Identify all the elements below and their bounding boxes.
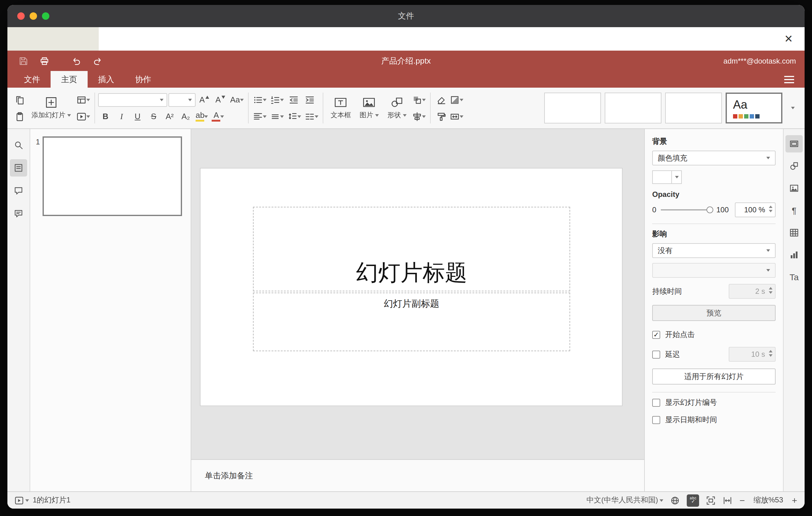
numbering-button[interactable] [269, 92, 285, 107]
bullets-button[interactable] [252, 92, 268, 107]
delay-checkbox[interactable] [652, 350, 660, 358]
image-settings-button[interactable] [785, 180, 803, 197]
tab-collaboration[interactable]: 协作 [125, 71, 162, 88]
subscript-button[interactable]: A₂ [178, 109, 193, 124]
show-slide-number-checkbox[interactable] [652, 399, 660, 407]
undo-button[interactable] [69, 53, 84, 68]
increase-indent-button[interactable] [302, 92, 317, 107]
subtitle-placeholder[interactable]: 幻灯片副标题 [253, 292, 570, 351]
arrow-down-icon [222, 96, 225, 99]
document-language-button[interactable] [670, 495, 680, 505]
tab-file[interactable]: 文件 [13, 71, 51, 88]
minimize-window-button[interactable] [30, 12, 37, 20]
background-fill-select[interactable]: 颜色填充 [652, 151, 776, 165]
vertical-align-button[interactable] [269, 109, 285, 124]
slide-layout-button[interactable] [75, 92, 91, 107]
delay-input[interactable]: 10 s [729, 347, 776, 362]
theme-option-3[interactable] [665, 93, 722, 123]
slide-canvas[interactable]: 幻灯片标题 幻灯片副标题 [191, 129, 644, 459]
insert-shape-button[interactable]: 形状 [383, 95, 411, 121]
shape-align-button[interactable] [411, 109, 427, 124]
copy-button[interactable] [12, 92, 27, 107]
fit-width-button[interactable] [723, 495, 733, 505]
spell-check-button[interactable]: abc ✓ [687, 494, 699, 507]
font-family-select[interactable] [98, 93, 167, 107]
print-button[interactable] [37, 53, 52, 68]
add-slide-button[interactable]: 添加幻灯片 [27, 95, 75, 121]
decrease-indent-button[interactable] [286, 92, 301, 107]
shape-settings-button[interactable] [785, 157, 803, 175]
tab-home[interactable]: 主页 [51, 71, 88, 88]
textart-settings-button[interactable]: Ta [785, 268, 803, 286]
slide-surface[interactable]: 幻灯片标题 幻灯片副标题 [201, 169, 622, 405]
close-window-button[interactable] [17, 12, 25, 20]
highlight-color-button[interactable]: ab [194, 109, 209, 124]
status-bar: 1的幻灯片1 中文(中华人民共和国) abc ✓ [7, 491, 805, 509]
italic-button[interactable]: I [114, 109, 129, 124]
language-select[interactable]: 中文(中华人民共和国) [586, 495, 664, 506]
slide-settings-button[interactable] [785, 135, 803, 152]
theme-option-2[interactable] [605, 93, 662, 123]
numbering-icon [270, 95, 280, 105]
spinner-arrows[interactable] [769, 205, 773, 212]
effect-select[interactable]: 没有 [652, 243, 776, 258]
opacity-input[interactable]: 100 % [735, 202, 776, 217]
opacity-slider[interactable] [661, 209, 712, 210]
tab-insert[interactable]: 插入 [88, 71, 125, 88]
opacity-slider-knob[interactable] [706, 206, 713, 213]
underline-button[interactable]: U [130, 109, 145, 124]
font-size-select[interactable] [169, 93, 196, 107]
save-button[interactable] [16, 53, 31, 68]
effect-variant-select[interactable] [652, 263, 776, 278]
search-button[interactable] [10, 136, 27, 154]
slide-size-button[interactable] [448, 109, 465, 124]
spinner-arrows[interactable] [769, 350, 773, 357]
title-placeholder[interactable]: 幻灯片标题 [253, 207, 570, 291]
insert-columns-button[interactable] [303, 109, 320, 124]
theme-gallery-expand-button[interactable] [786, 93, 800, 123]
comments-panel-button[interactable] [10, 182, 27, 199]
spinner-arrows[interactable] [769, 287, 773, 294]
strikethrough-button[interactable]: S [146, 109, 161, 124]
preview-button[interactable]: 预览 [652, 305, 776, 321]
apply-to-all-button[interactable]: 适用于所有幻灯片 [652, 369, 776, 384]
theme-option-selected[interactable]: Aa [726, 93, 782, 123]
font-color-button[interactable]: A [211, 109, 226, 124]
chart-settings-button[interactable] [785, 246, 803, 263]
chat-panel-button[interactable] [10, 205, 27, 222]
insert-textbox-button[interactable]: 文本框 [326, 95, 355, 121]
paste-button[interactable] [12, 109, 27, 124]
arrange-button[interactable] [411, 92, 427, 107]
redo-button[interactable] [90, 53, 105, 68]
horizontal-align-button[interactable] [252, 109, 268, 124]
change-case-button[interactable]: Aa [229, 92, 245, 107]
show-date-time-checkbox[interactable] [652, 416, 660, 424]
paragraph-settings-button[interactable]: ¶ [785, 202, 803, 219]
table-settings-button[interactable] [785, 224, 803, 241]
start-slideshow-button[interactable] [75, 109, 91, 124]
notes-area[interactable]: 单击添加备注 [191, 459, 644, 491]
clear-style-button[interactable] [434, 92, 448, 107]
copy-style-button[interactable] [434, 109, 448, 124]
slide-thumbnail-1[interactable] [42, 136, 182, 216]
duration-input[interactable]: 2 s [729, 284, 776, 299]
superscript-button[interactable]: A² [162, 109, 177, 124]
screen: 文件 × [0, 0, 812, 516]
bold-button[interactable]: B [98, 109, 113, 124]
view-settings-button[interactable] [782, 73, 796, 85]
zoom-out-button[interactable]: − [740, 495, 745, 506]
slides-panel-button[interactable] [10, 159, 27, 176]
font-decrease-button[interactable]: A [213, 92, 228, 107]
theme-option-1[interactable] [544, 93, 601, 123]
close-icon[interactable]: × [781, 31, 796, 46]
insert-image-button[interactable]: 图片 [355, 95, 383, 121]
start-slideshow-status-button[interactable] [15, 496, 29, 505]
line-spacing-button[interactable] [286, 109, 302, 124]
fill-color-button[interactable] [448, 92, 465, 107]
zoom-window-button[interactable] [42, 12, 49, 20]
zoom-in-button[interactable]: + [792, 495, 797, 506]
start-on-click-checkbox[interactable]: ✓ [652, 331, 660, 339]
background-color-swatch[interactable] [652, 170, 682, 184]
font-increase-button[interactable]: A [197, 92, 212, 107]
fit-slide-button[interactable] [706, 495, 716, 505]
